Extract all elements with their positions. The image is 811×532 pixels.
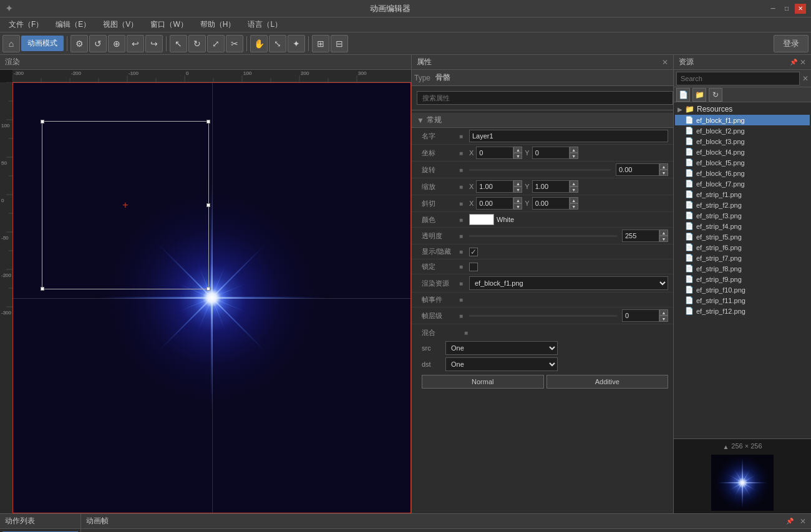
coord-y-input[interactable] <box>532 147 570 159</box>
res-item-14[interactable]: 📄 ef_strip_f8.png <box>675 263 810 274</box>
toolbar-cut[interactable]: ✂ <box>226 35 243 52</box>
blend-dst-select[interactable]: One Zero OneMinusSrcAlpha <box>445 357 558 371</box>
toolbar-scale[interactable]: ⤢ <box>207 35 225 52</box>
render-canvas[interactable] <box>12 82 411 513</box>
animation-mode-button[interactable]: 动画模式 <box>21 36 64 51</box>
scale-x-up[interactable]: ▲ <box>513 180 522 186</box>
res-item-6[interactable]: 📄 ef_block_f7.png <box>675 178 810 189</box>
res-item-0[interactable]: 📄 ef_block_f1.png <box>675 115 810 125</box>
res-item-2[interactable]: 📄 ef_block_f3.png <box>675 136 810 147</box>
res-item-18[interactable]: 📄 ef_strip_f12.png <box>675 306 810 316</box>
toolbar-bone[interactable]: ✦ <box>288 35 305 52</box>
scale-x-spinners[interactable]: ▲▼ <box>513 180 522 193</box>
rotation-input[interactable] <box>616 163 659 176</box>
menu-view[interactable]: 视图（V） <box>97 18 144 31</box>
res-folder-resources[interactable]: ▶ 📁 Resources <box>675 104 810 115</box>
res-item-9[interactable]: 📄 ef_strip_f3.png <box>675 210 810 221</box>
toolbar-tool3[interactable]: ⊕ <box>108 35 125 52</box>
opacity-up[interactable]: ▲ <box>659 230 668 236</box>
res-item-10[interactable]: 📄 ef_strip_f4.png <box>675 221 810 231</box>
toolbar-tool1[interactable]: ⚙ <box>70 35 88 52</box>
search-clear-icon[interactable]: ✕ <box>802 74 809 83</box>
visible-checkbox[interactable]: ✓ <box>469 248 478 256</box>
frame-level-up[interactable]: ▲ <box>659 309 668 316</box>
timeline-close-icon[interactable]: ✕ <box>800 517 806 526</box>
rotation-up[interactable]: ▲ <box>659 163 668 170</box>
res-item-11[interactable]: 📄 ef_strip_f5.png <box>675 231 810 242</box>
skew-x-down[interactable]: ▼ <box>513 203 522 210</box>
scale-y-spinners[interactable]: ▲▼ <box>570 180 578 193</box>
skew-y-input[interactable] <box>532 197 570 210</box>
color-swatch[interactable] <box>469 214 494 225</box>
res-refresh-btn[interactable]: ↻ <box>709 88 722 102</box>
resources-close-icon[interactable]: ✕ <box>800 58 806 67</box>
res-item-15[interactable]: 📄 ef_strip_f9.png <box>675 274 810 284</box>
res-item-7[interactable]: 📄 ef_strip_f1.png <box>675 189 810 200</box>
maximize-button[interactable]: □ <box>781 4 792 14</box>
skew-y-down[interactable]: ▼ <box>570 203 578 210</box>
menu-language[interactable]: 语言（L） <box>241 18 288 31</box>
rotation-spinners[interactable]: ▲▼ <box>659 163 668 176</box>
opacity-down[interactable]: ▼ <box>659 236 668 242</box>
coord-x-up[interactable]: ▲ <box>513 147 522 153</box>
res-item-12[interactable]: 📄 ef_strip_f6.png <box>675 242 810 253</box>
frame-level-down[interactable]: ▼ <box>659 316 668 322</box>
skew-x-spinners[interactable]: ▲▼ <box>513 197 522 210</box>
props-close-icon[interactable]: ✕ <box>662 58 668 67</box>
res-item-17[interactable]: 📄 ef_strip_f11.png <box>675 295 810 306</box>
frame-level-spinners[interactable]: ▲▼ <box>659 309 668 322</box>
toolbar-tool2[interactable]: ↺ <box>89 35 107 52</box>
coord-x-spinners[interactable]: ▲▼ <box>513 147 522 159</box>
scale-y-up[interactable]: ▲ <box>570 180 578 186</box>
coord-y-spinners[interactable]: ▲▼ <box>570 147 578 159</box>
toolbar-home[interactable]: ⌂ <box>2 35 20 52</box>
canvas-area[interactable]: -300 -200 -100 0 100 200 300 <box>0 70 411 513</box>
blend-normal-button[interactable]: Normal <box>422 375 544 389</box>
minimize-button[interactable]: ─ <box>767 4 779 14</box>
skew-x-input[interactable] <box>476 197 513 210</box>
skew-x-up[interactable]: ▲ <box>513 197 522 203</box>
res-item-4[interactable]: 📄 ef_block_f5.png <box>675 157 810 168</box>
opacity-spinners[interactable]: ▲▼ <box>659 230 668 242</box>
opacity-input[interactable] <box>622 230 659 242</box>
scale-x-input[interactable] <box>476 180 513 193</box>
rotation-down[interactable]: ▼ <box>659 170 668 176</box>
coord-x-input[interactable] <box>476 147 513 159</box>
menu-edit[interactable]: 编辑（E） <box>49 18 97 31</box>
close-button[interactable]: ✕ <box>795 4 806 14</box>
res-new-file-btn[interactable]: 📄 <box>676 88 690 102</box>
toolbar-rotate[interactable]: ↻ <box>188 35 206 52</box>
toolbar-redo[interactable]: ↪ <box>145 35 163 52</box>
coord-y-down[interactable]: ▼ <box>570 153 578 159</box>
blend-src-select[interactable]: One Zero SrcAlpha <box>445 341 558 355</box>
toolbar-hand[interactable]: ✋ <box>250 35 268 52</box>
login-button[interactable]: 登录 <box>774 35 809 52</box>
timeline-pin-icon[interactable]: 📌 <box>786 518 794 525</box>
menu-file[interactable]: 文件（F） <box>2 18 49 31</box>
toolbar-frame2[interactable]: ⊟ <box>331 35 348 52</box>
res-item-8[interactable]: 📄 ef_strip_f2.png <box>675 200 810 210</box>
prop-name-input[interactable] <box>469 130 668 142</box>
props-search-input[interactable] <box>417 91 673 105</box>
coord-x-down[interactable]: ▼ <box>513 153 522 159</box>
scale-y-input[interactable] <box>532 180 570 193</box>
res-item-13[interactable]: 📄 ef_strip_f7.png <box>675 253 810 263</box>
skew-y-up[interactable]: ▲ <box>570 197 578 203</box>
toolbar-undo[interactable]: ↩ <box>127 35 144 52</box>
coord-y-up[interactable]: ▲ <box>570 147 578 153</box>
menu-window[interactable]: 窗口（W） <box>144 18 193 31</box>
toolbar-select[interactable]: ↖ <box>170 35 187 52</box>
skew-y-spinners[interactable]: ▲▼ <box>570 197 578 210</box>
res-item-1[interactable]: 📄 ef_block_f2.png <box>675 125 810 136</box>
lock-checkbox[interactable] <box>469 263 478 271</box>
res-item-3[interactable]: 📄 ef_block_f4.png <box>675 147 810 157</box>
preview-expand-icon[interactable]: ▲ <box>722 443 729 450</box>
menu-help[interactable]: 帮助（H） <box>194 18 242 31</box>
blend-additive-button[interactable]: Additive <box>546 375 669 389</box>
res-new-folder-btn[interactable]: 📁 <box>692 88 706 102</box>
scale-x-down[interactable]: ▼ <box>513 186 522 193</box>
resource-select[interactable]: ef_block_f1.png <box>469 276 668 290</box>
toolbar-zoom[interactable]: ⤡ <box>269 35 286 52</box>
frame-level-input[interactable] <box>622 309 659 322</box>
search-input[interactable] <box>676 72 800 85</box>
